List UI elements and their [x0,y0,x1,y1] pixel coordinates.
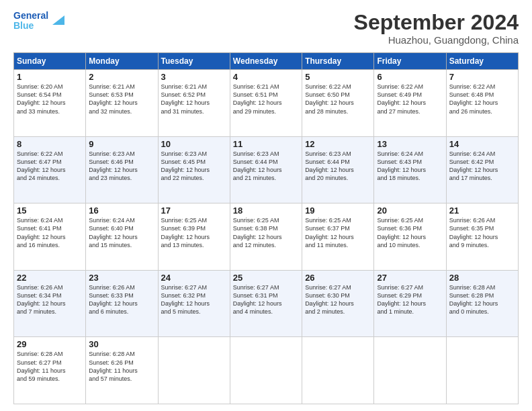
day-info: Sunrise: 6:25 AM Sunset: 6:37 PM Dayligh… [305,216,371,249]
day-number: 6 [377,72,443,82]
calendar-cell: 4Sunrise: 6:21 AM Sunset: 6:51 PM Daylig… [230,70,302,137]
calendar-cell: 11Sunrise: 6:23 AM Sunset: 6:44 PM Dayli… [230,136,302,203]
calendar-cell: 10Sunrise: 6:23 AM Sunset: 6:45 PM Dayli… [158,136,230,203]
day-info: Sunrise: 6:22 AM Sunset: 6:48 PM Dayligh… [449,83,515,116]
day-number: 18 [233,205,299,216]
day-info: Sunrise: 6:27 AM Sunset: 6:29 PM Dayligh… [377,283,443,316]
day-info: Sunrise: 6:22 AM Sunset: 6:49 PM Dayligh… [377,83,443,116]
page-header: General Blue September 2024 Huazhou, Gua… [13,11,519,46]
calendar-cell: 3Sunrise: 6:21 AM Sunset: 6:52 PM Daylig… [158,70,230,137]
week-row-5: 29Sunrise: 6:28 AM Sunset: 6:27 PM Dayli… [14,337,519,404]
day-info: Sunrise: 6:26 AM Sunset: 6:34 PM Dayligh… [17,283,83,316]
day-number: 11 [233,139,299,149]
calendar-cell: 16Sunrise: 6:24 AM Sunset: 6:40 PM Dayli… [86,203,158,271]
calendar-cell: 22Sunrise: 6:26 AM Sunset: 6:34 PM Dayli… [14,270,86,337]
day-number: 21 [449,205,515,216]
calendar-cell: 5Sunrise: 6:22 AM Sunset: 6:50 PM Daylig… [302,70,374,137]
calendar-cell: 15Sunrise: 6:24 AM Sunset: 6:41 PM Dayli… [14,203,86,271]
day-info: Sunrise: 6:21 AM Sunset: 6:52 PM Dayligh… [161,83,227,116]
calendar-cell [374,337,446,404]
day-number: 27 [377,273,443,283]
calendar-cell: 2Sunrise: 6:21 AM Sunset: 6:53 PM Daylig… [86,70,158,137]
day-info: Sunrise: 6:24 AM Sunset: 6:42 PM Dayligh… [449,150,515,183]
month-title: September 2024 [354,11,519,34]
location-subtitle: Huazhou, Guangdong, China [354,34,519,46]
day-info: Sunrise: 6:21 AM Sunset: 6:53 PM Dayligh… [89,83,154,116]
day-number: 19 [305,205,371,216]
day-number: 3 [161,72,227,82]
day-info: Sunrise: 6:22 AM Sunset: 6:50 PM Dayligh… [305,83,371,116]
calendar-cell [302,337,374,404]
calendar-cell: 8Sunrise: 6:22 AM Sunset: 6:47 PM Daylig… [14,136,86,203]
day-number: 7 [449,72,515,82]
calendar-cell: 7Sunrise: 6:22 AM Sunset: 6:48 PM Daylig… [446,70,518,137]
week-row-3: 15Sunrise: 6:24 AM Sunset: 6:41 PM Dayli… [14,203,519,271]
calendar-header-monday: Monday [86,53,158,70]
day-number: 24 [161,273,227,283]
day-number: 4 [233,72,299,82]
week-row-1: 1Sunrise: 6:20 AM Sunset: 6:54 PM Daylig… [14,70,519,137]
day-info: Sunrise: 6:25 AM Sunset: 6:39 PM Dayligh… [161,216,227,249]
calendar-cell [446,337,518,404]
day-number: 17 [161,205,227,216]
day-info: Sunrise: 6:23 AM Sunset: 6:44 PM Dayligh… [305,150,371,183]
day-info: Sunrise: 6:24 AM Sunset: 6:43 PM Dayligh… [377,150,443,183]
calendar-cell: 19Sunrise: 6:25 AM Sunset: 6:37 PM Dayli… [302,203,374,271]
calendar-table: SundayMondayTuesdayWednesdayThursdayFrid… [13,52,519,404]
calendar-cell: 26Sunrise: 6:27 AM Sunset: 6:30 PM Dayli… [302,270,374,337]
day-number: 8 [17,139,83,149]
week-row-4: 22Sunrise: 6:26 AM Sunset: 6:34 PM Dayli… [14,270,519,337]
day-info: Sunrise: 6:27 AM Sunset: 6:32 PM Dayligh… [161,283,227,316]
day-info: Sunrise: 6:20 AM Sunset: 6:54 PM Dayligh… [17,83,83,116]
day-number: 22 [17,273,83,283]
calendar-cell: 24Sunrise: 6:27 AM Sunset: 6:32 PM Dayli… [158,270,230,337]
calendar-header-friday: Friday [374,53,446,70]
day-info: Sunrise: 6:22 AM Sunset: 6:47 PM Dayligh… [17,150,83,183]
calendar-cell: 28Sunrise: 6:28 AM Sunset: 6:28 PM Dayli… [446,270,518,337]
calendar-header-saturday: Saturday [446,53,518,70]
day-info: Sunrise: 6:25 AM Sunset: 6:36 PM Dayligh… [377,216,443,249]
calendar-cell: 17Sunrise: 6:25 AM Sunset: 6:39 PM Dayli… [158,203,230,271]
calendar-cell: 23Sunrise: 6:26 AM Sunset: 6:33 PM Dayli… [86,270,158,337]
day-number: 16 [89,205,154,216]
day-number: 9 [89,139,154,149]
calendar-cell: 18Sunrise: 6:25 AM Sunset: 6:38 PM Dayli… [230,203,302,271]
calendar-cell: 9Sunrise: 6:23 AM Sunset: 6:46 PM Daylig… [86,136,158,203]
calendar-cell: 29Sunrise: 6:28 AM Sunset: 6:27 PM Dayli… [14,337,86,404]
week-row-2: 8Sunrise: 6:22 AM Sunset: 6:47 PM Daylig… [14,136,519,203]
calendar-cell: 30Sunrise: 6:28 AM Sunset: 6:26 PM Dayli… [86,337,158,404]
calendar-header-tuesday: Tuesday [158,53,230,70]
day-info: Sunrise: 6:24 AM Sunset: 6:40 PM Dayligh… [89,216,154,249]
calendar-cell: 21Sunrise: 6:26 AM Sunset: 6:35 PM Dayli… [446,203,518,271]
calendar-cell: 6Sunrise: 6:22 AM Sunset: 6:49 PM Daylig… [374,70,446,137]
day-info: Sunrise: 6:26 AM Sunset: 6:35 PM Dayligh… [449,216,515,249]
title-block: September 2024 Huazhou, Guangdong, China [354,11,519,46]
day-info: Sunrise: 6:23 AM Sunset: 6:44 PM Dayligh… [233,150,299,183]
calendar-header-row: SundayMondayTuesdayWednesdayThursdayFrid… [14,53,519,70]
day-info: Sunrise: 6:21 AM Sunset: 6:51 PM Dayligh… [233,83,299,116]
day-number: 15 [17,205,83,216]
calendar-cell: 12Sunrise: 6:23 AM Sunset: 6:44 PM Dayli… [302,136,374,203]
day-number: 13 [377,139,443,149]
day-number: 26 [305,273,371,283]
day-number: 23 [89,273,154,283]
calendar-cell: 25Sunrise: 6:27 AM Sunset: 6:31 PM Dayli… [230,270,302,337]
calendar-cell [230,337,302,404]
day-number: 28 [449,273,515,283]
calendar-cell [158,337,230,404]
calendar-header-wednesday: Wednesday [230,53,302,70]
calendar-cell: 20Sunrise: 6:25 AM Sunset: 6:36 PM Dayli… [374,203,446,271]
calendar-cell: 27Sunrise: 6:27 AM Sunset: 6:29 PM Dayli… [374,270,446,337]
day-number: 29 [17,339,83,349]
day-info: Sunrise: 6:25 AM Sunset: 6:38 PM Dayligh… [233,216,299,249]
day-info: Sunrise: 6:28 AM Sunset: 6:26 PM Dayligh… [89,350,154,383]
calendar-cell: 14Sunrise: 6:24 AM Sunset: 6:42 PM Dayli… [446,136,518,203]
day-number: 1 [17,72,83,82]
day-number: 14 [449,139,515,149]
day-number: 20 [377,205,443,216]
calendar-header-thursday: Thursday [302,53,374,70]
day-number: 25 [233,273,299,283]
day-info: Sunrise: 6:27 AM Sunset: 6:30 PM Dayligh… [305,283,371,316]
day-info: Sunrise: 6:23 AM Sunset: 6:45 PM Dayligh… [161,150,227,183]
calendar-cell: 13Sunrise: 6:24 AM Sunset: 6:43 PM Dayli… [374,136,446,203]
